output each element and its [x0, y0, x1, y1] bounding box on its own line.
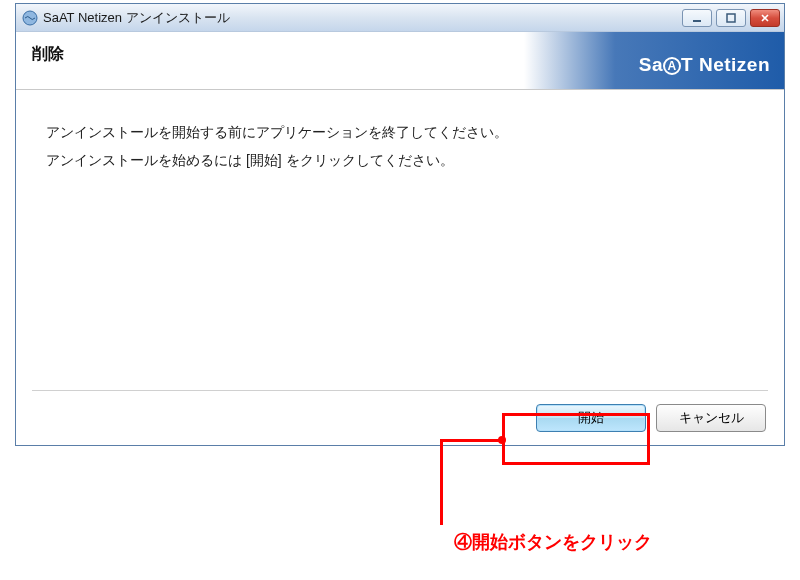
instruction-line-1: アンインストールを開始する前にアプリケーションを終了してください。	[46, 118, 754, 146]
uninstaller-window: SaAT Netizen アンインストール 削除 SaAT Netizen アン…	[15, 3, 785, 446]
app-icon	[22, 10, 38, 26]
annotation-label: ④開始ボタンをクリック	[454, 530, 652, 554]
window-controls	[682, 9, 780, 27]
cancel-button[interactable]: キャンセル	[656, 404, 766, 432]
dialog-content: アンインストールを開始する前にアプリケーションを終了してください。 アンインスト…	[16, 90, 784, 390]
svg-rect-1	[693, 20, 701, 22]
brand-prefix: Sa	[639, 54, 663, 75]
instruction-line-2: アンインストールを始めるには [開始] をクリックしてください。	[46, 146, 754, 174]
brand-a-icon: A	[663, 57, 681, 75]
page-title: 削除	[32, 44, 64, 65]
titlebar[interactable]: SaAT Netizen アンインストール	[16, 4, 784, 32]
brand-logo: SaAT Netizen	[639, 54, 770, 76]
minimize-button[interactable]	[682, 9, 712, 27]
window-title: SaAT Netizen アンインストール	[43, 9, 682, 27]
annotation-connector-v	[440, 439, 443, 525]
close-button[interactable]	[750, 9, 780, 27]
brand-suffix: T Netizen	[681, 54, 770, 75]
start-button[interactable]: 開始	[536, 404, 646, 432]
dialog-footer: 開始 キャンセル	[16, 391, 784, 445]
maximize-button[interactable]	[716, 9, 746, 27]
svg-rect-2	[727, 14, 735, 22]
dialog-header: 削除 SaAT Netizen	[16, 32, 784, 90]
